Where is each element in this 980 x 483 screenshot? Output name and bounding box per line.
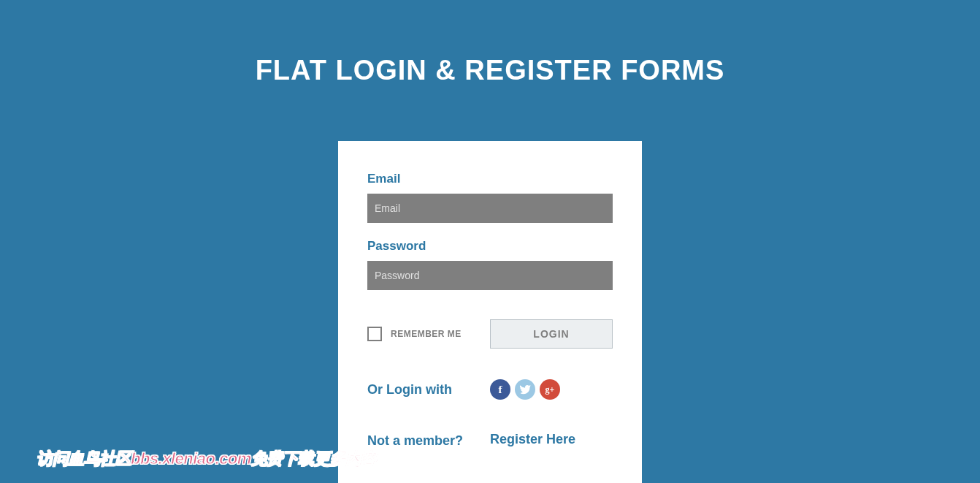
page-title: FLAT LOGIN & REGISTER FORMS	[0, 55, 980, 86]
password-input[interactable]	[367, 261, 613, 290]
watermark-text: 访问血鸟社区bbs.xleniao.com免费下载更多内容	[37, 448, 377, 470]
remember-me-label: REMEMBER ME	[391, 329, 462, 339]
facebook-icon[interactable]: f	[490, 379, 510, 400]
register-here-link[interactable]: Register Here	[490, 430, 613, 448]
login-card: Email Password REMEMBER ME LOGIN Or Logi…	[338, 141, 642, 483]
social-icons-group: f g+	[490, 379, 613, 400]
twitter-icon[interactable]	[515, 379, 535, 400]
google-plus-icon[interactable]: g+	[540, 379, 560, 400]
email-input[interactable]	[367, 194, 613, 223]
password-label: Password	[367, 239, 613, 254]
not-member-label: Not a member?	[367, 430, 490, 451]
or-login-with-label: Or Login with	[367, 379, 490, 400]
login-button[interactable]: LOGIN	[490, 319, 613, 349]
remember-me-checkbox[interactable]	[367, 327, 382, 341]
email-label: Email	[367, 172, 613, 186]
remember-me-wrap[interactable]: REMEMBER ME	[367, 319, 490, 349]
